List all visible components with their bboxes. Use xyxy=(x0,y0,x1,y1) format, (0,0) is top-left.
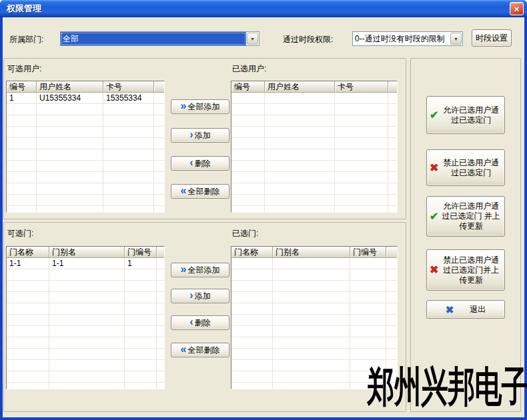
column-header-filler xyxy=(386,247,397,258)
table-cell: 1 xyxy=(7,93,37,103)
chevron-down-icon[interactable]: ▼ xyxy=(247,33,258,45)
department-select[interactable]: 全部 ▼ xyxy=(60,31,259,46)
column-header-filler xyxy=(154,81,164,93)
table-header: 门名称门别名门编号 xyxy=(231,247,397,258)
users-remove-all-button[interactable]: « 全部删除 xyxy=(171,184,229,199)
users-section: 可选用户: 已选用户: 编号用户姓名卡号1U1535533415355334 编… xyxy=(3,58,406,219)
period-permission-select[interactable]: 0--通过时没有时段的限制 ▼ xyxy=(352,31,463,46)
department-label: 所属部门: xyxy=(9,34,43,45)
table-cell: 1-1 xyxy=(7,258,49,269)
exit-button[interactable]: ✖ 退出 xyxy=(426,300,505,319)
column-header[interactable]: 门编号 xyxy=(350,247,386,258)
vendor-watermark: 郑州兴邦电子 xyxy=(367,359,527,415)
column-header[interactable]: 编号 xyxy=(7,81,37,93)
table-header: 编号用户姓名卡号 xyxy=(231,81,397,93)
window-title: 权限管理 xyxy=(7,0,41,17)
dialog-body: 所属部门: 全部 ▼ 通过时段权限: 0--通过时没有时段的限制 ▼ 时段设置 … xyxy=(3,17,524,417)
table-cell: U15355334 xyxy=(37,93,103,103)
doors-section: 可选门: 已选门: 门名称门别名门编号1-11-11 门名称门别名门编号 » 全… xyxy=(3,222,406,412)
column-header[interactable]: 门编号 xyxy=(125,247,157,258)
column-header[interactable]: 用户姓名 xyxy=(37,81,103,93)
column-header[interactable]: 用户姓名 xyxy=(265,81,335,93)
exit-icon: ✖ xyxy=(446,305,454,315)
double-chevron-left-icon: « xyxy=(181,344,185,355)
chevron-left-icon: ‹ xyxy=(189,317,191,327)
column-header[interactable]: 卡号 xyxy=(335,81,388,93)
chevron-down-icon[interactable]: ▼ xyxy=(450,33,462,45)
selected-users-table[interactable]: 编号用户姓名卡号 xyxy=(231,81,398,213)
check-icon: ✔ xyxy=(430,110,438,121)
title-bar[interactable]: 权限管理 × xyxy=(0,0,527,17)
table-body[interactable]: 1U1535533415355334 xyxy=(7,93,164,212)
chevron-right-icon: › xyxy=(189,129,191,140)
table-cell: 15355334 xyxy=(103,93,154,103)
users-remove-button[interactable]: ‹ 删除 xyxy=(171,156,229,171)
allow-access-button[interactable]: ✔ 允许已选用户通过已选定门 xyxy=(426,96,505,134)
forbid-access-upload-button[interactable]: ✖ 禁止已选用户通过已选定门并上传更新 xyxy=(426,249,505,291)
close-button[interactable]: × xyxy=(510,2,524,15)
table-body[interactable]: 1-11-11 xyxy=(7,258,164,389)
doors-add-button[interactable]: › 添加 xyxy=(171,289,229,303)
chevron-right-icon: › xyxy=(189,290,191,301)
forbid-access-button[interactable]: ✖ 禁止已选用户通过已选定门 xyxy=(426,149,505,186)
table-header: 门名称门别名门编号 xyxy=(7,247,164,258)
available-doors-label: 可选门: xyxy=(7,228,33,239)
available-doors-table[interactable]: 门名称门别名门编号1-11-11 xyxy=(6,246,165,389)
users-add-all-button[interactable]: » 全部添加 xyxy=(171,99,229,114)
allow-access-upload-button[interactable]: ✔ 允许已选用户通过已选定门 并上传更新 xyxy=(426,196,505,237)
table-header: 编号用户姓名卡号 xyxy=(7,81,164,93)
close-icon: × xyxy=(514,5,520,13)
permission-management-window: 权限管理 × 所属部门: 全部 ▼ 通过时段权限: 0--通过时没有时段的限制 … xyxy=(0,0,527,420)
table-row[interactable]: 1U1535533415355334 xyxy=(7,93,164,104)
users-add-button[interactable]: › 添加 xyxy=(171,128,229,143)
column-header[interactable]: 门别名 xyxy=(273,247,350,258)
double-chevron-left-icon: « xyxy=(181,185,185,196)
cross-icon: ✖ xyxy=(430,265,438,275)
period-permission-value: 0--通过时没有时段的限制 xyxy=(353,32,450,45)
double-chevron-right-icon: » xyxy=(181,101,185,111)
double-chevron-right-icon: » xyxy=(181,264,185,275)
column-header-filler xyxy=(157,247,164,258)
doors-remove-button[interactable]: ‹ 删除 xyxy=(171,315,229,330)
selected-doors-label: 已选门: xyxy=(232,228,258,239)
selected-users-label: 已选用户: xyxy=(232,63,266,75)
available-users-table[interactable]: 编号用户姓名卡号1U1535533415355334 xyxy=(6,81,165,213)
table-row[interactable]: 1-11-11 xyxy=(7,258,164,269)
chevron-left-icon: ‹ xyxy=(189,157,191,168)
check-icon: ✔ xyxy=(430,211,438,222)
table-cell: 1-1 xyxy=(49,258,125,269)
column-header[interactable]: 门别名 xyxy=(49,247,125,258)
column-header-filler xyxy=(388,81,397,93)
table-body[interactable] xyxy=(231,93,397,212)
column-header[interactable]: 门名称 xyxy=(231,247,273,258)
cross-icon: ✖ xyxy=(430,163,438,173)
doors-add-all-button[interactable]: » 全部添加 xyxy=(171,263,229,277)
column-header[interactable]: 卡号 xyxy=(103,81,154,93)
column-header[interactable]: 门名称 xyxy=(7,247,49,258)
period-permission-label: 通过时段权限: xyxy=(283,34,333,45)
table-cell: 1 xyxy=(125,258,157,269)
doors-remove-all-button[interactable]: « 全部删除 xyxy=(171,343,229,357)
available-users-label: 可选用户: xyxy=(7,63,41,75)
table-cell xyxy=(154,93,164,103)
department-value: 全部 xyxy=(61,32,246,45)
table-cell xyxy=(157,258,164,269)
column-header[interactable]: 编号 xyxy=(231,81,265,93)
period-settings-button[interactable]: 时段设置 xyxy=(472,29,512,47)
